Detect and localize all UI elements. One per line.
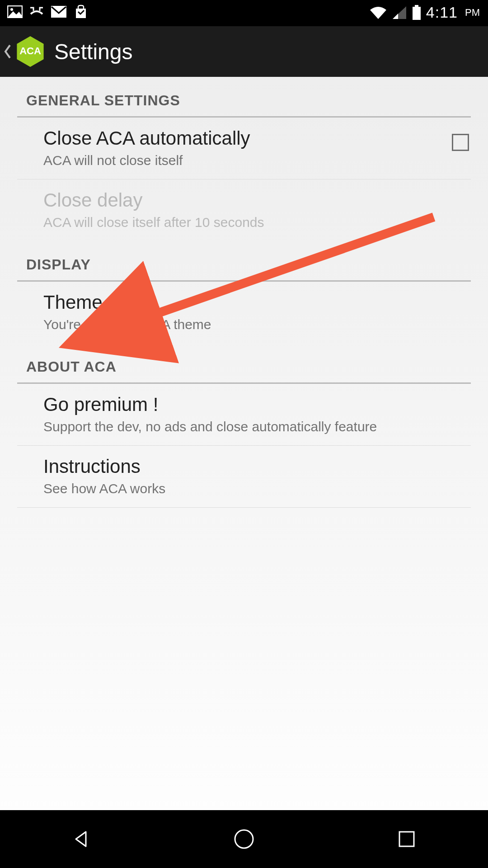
row-subtitle: ACA will close itself after 10 seconds: [43, 215, 445, 230]
screen-root: 4:11 PM ACA Settings GENERAL SETTINGS Cl…: [0, 0, 488, 868]
svg-point-1: [10, 8, 13, 11]
nav-back-button[interactable]: [47, 821, 115, 857]
status-right-icons: 4:11 PM: [369, 4, 480, 21]
gmail-icon: [51, 5, 67, 18]
play-store-icon: [73, 5, 89, 19]
row-theme[interactable]: Theme You're using the ACA theme: [17, 282, 471, 343]
row-title: Instructions: [43, 456, 445, 477]
row-title: Close ACA automatically: [43, 127, 445, 149]
row-subtitle: See how ACA works: [43, 481, 445, 496]
status-left-icons: [7, 5, 89, 19]
app-icon[interactable]: ACA: [14, 35, 47, 68]
cell-signal-icon: [392, 5, 407, 20]
row-close-delay: Close delay ACA will close itself after …: [17, 179, 471, 241]
page-title: Settings: [54, 39, 132, 64]
section-header-display: DISPLAY: [0, 241, 488, 280]
nav-home-button[interactable]: [210, 821, 278, 857]
settings-list: GENERAL SETTINGS Close ACA automatically…: [0, 77, 488, 508]
nav-bar: [0, 810, 488, 868]
section-header-general: GENERAL SETTINGS: [0, 77, 488, 116]
status-time: 4:11: [426, 4, 458, 21]
nav-recent-button[interactable]: [373, 821, 441, 857]
svg-point-7: [235, 830, 253, 848]
section-header-about: ABOUT ACA: [0, 343, 488, 382]
checkbox-close-auto[interactable]: [452, 134, 469, 151]
row-subtitle: Support the dev, no ads and close automa…: [43, 419, 445, 434]
battery-icon: [412, 5, 422, 20]
svg-rect-3: [413, 7, 421, 20]
svg-rect-4: [415, 5, 418, 7]
row-title: Theme: [43, 292, 445, 313]
missed-call-icon: [29, 5, 44, 19]
row-title: Go premium !: [43, 394, 445, 415]
row-instructions[interactable]: Instructions See how ACA works: [17, 446, 471, 508]
row-close-auto[interactable]: Close ACA automatically ACA will not clo…: [17, 118, 471, 179]
wifi-icon: [369, 5, 387, 20]
row-title: Close delay: [43, 189, 445, 211]
back-icon[interactable]: [3, 42, 13, 61]
app-icon-label: ACA: [19, 45, 41, 57]
row-subtitle: You're using the ACA theme: [43, 317, 445, 332]
status-ampm: PM: [465, 7, 480, 19]
status-bar: 4:11 PM: [0, 0, 488, 26]
image-icon: [7, 5, 23, 18]
row-subtitle: ACA will not close itself: [43, 153, 445, 168]
action-bar: ACA Settings: [0, 26, 488, 77]
row-go-premium[interactable]: Go premium ! Support the dev, no ads and…: [17, 384, 471, 446]
svg-rect-8: [399, 832, 414, 846]
